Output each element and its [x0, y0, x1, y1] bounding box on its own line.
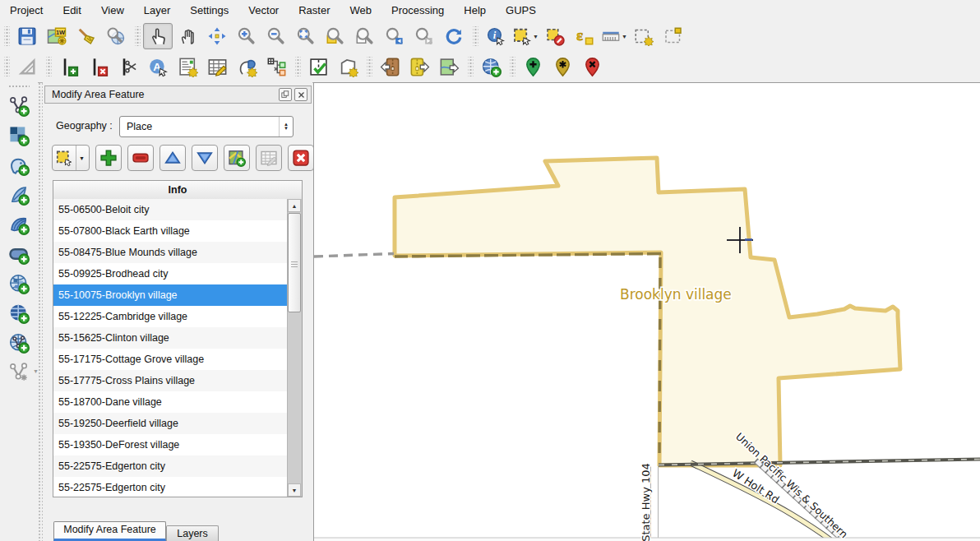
menu-vector[interactable]: Vector [238, 0, 289, 21]
geography-shapes-button[interactable] [232, 53, 261, 80]
identify-features-button[interactable]: i [481, 23, 511, 49]
info-list-item[interactable]: 55-22575-Edgerton city [53, 455, 288, 477]
info-list-item[interactable]: 55-06500-Beloit city [53, 199, 288, 220]
toolbar-group-handle[interactable] [295, 57, 301, 76]
place-polygon[interactable] [395, 158, 900, 465]
add-wms-layer-button[interactable] [4, 270, 34, 298]
geography-select[interactable]: Place ▲▼ [119, 116, 294, 137]
menu-gups[interactable]: GUPS [496, 0, 546, 21]
scrollbar-thumb[interactable] [288, 213, 301, 312]
toolbar-group-handle[interactable] [468, 57, 474, 76]
add-web-layer-button[interactable] [476, 53, 506, 80]
zoom-layer-button[interactable] [350, 23, 380, 49]
vertex-add-button[interactable] [54, 53, 84, 80]
zoom-out-button[interactable] [261, 23, 291, 49]
menu-web[interactable]: Web [340, 0, 382, 21]
refresh-button[interactable] [439, 23, 469, 49]
clean-broom-button[interactable] [72, 23, 101, 49]
toolbar-group-handle[interactable] [4, 26, 10, 46]
select-expression-button[interactable]: ε [570, 23, 599, 49]
add-spatialite-layer-button[interactable] [4, 181, 34, 209]
add-wfs-layer-button[interactable] [4, 329, 34, 357]
add-mssql-layer-button[interactable] [4, 210, 34, 238]
info-list-item[interactable]: 55-17175-Cottage Grove village [53, 349, 288, 370]
menu-edit[interactable]: Edit [53, 0, 90, 21]
zoom-selection-button[interactable] [321, 23, 350, 49]
info-list-item[interactable]: 55-08475-Blue Mounds village [53, 242, 288, 263]
toolbar-group-handle[interactable] [367, 57, 372, 76]
pin-add-button[interactable] [518, 53, 548, 80]
zoom-next-button[interactable] [409, 23, 439, 49]
toolbar-group-handle[interactable] [46, 57, 52, 76]
touch-identify-button[interactable] [143, 23, 173, 49]
select-features-button[interactable]: ▼ [511, 23, 540, 49]
add-oracle-layer-button[interactable] [4, 240, 34, 268]
info-list-item[interactable]: 55-12225-Cambridge village [53, 306, 288, 327]
bookmark-new-button[interactable] [629, 23, 659, 49]
add-postgis-layer-button[interactable] [4, 151, 34, 179]
zoom-in-button[interactable] [232, 23, 261, 49]
info-list-item[interactable]: 55-17775-Cross Plains village [53, 370, 288, 391]
save-button[interactable] [12, 23, 42, 49]
info-list-item[interactable]: 55-07800-Black Earth village [53, 220, 288, 242]
add-wcs-layer-button[interactable] [4, 299, 34, 327]
line-split-button[interactable] [113, 53, 143, 80]
toolbar-group-handle[interactable] [473, 26, 478, 46]
vertex-delete-button[interactable] [84, 53, 113, 80]
pan-selection-button[interactable] [202, 23, 232, 49]
measure-button[interactable]: ▼ [599, 23, 629, 49]
add-raster-layer-button[interactable] [4, 122, 34, 150]
deselect-features-button[interactable] [540, 23, 570, 49]
export-zip-button[interactable] [404, 53, 434, 80]
toolbar-group-handle[interactable] [510, 57, 515, 76]
scrollbar[interactable]: ▲ ▼ [287, 199, 302, 497]
toolbar-drag-handle[interactable] [8, 85, 30, 89]
info-list-item[interactable]: 55-19250-Deerfield village [53, 413, 288, 434]
info-list-item[interactable]: 55-09925-Brodhead city [53, 263, 288, 284]
zoom-full-button[interactable] [291, 23, 321, 49]
add-area-button[interactable] [95, 145, 122, 171]
remove-area-button[interactable] [127, 145, 154, 171]
menu-settings[interactable]: Settings [180, 0, 238, 21]
toolbar-group-handle[interactable] [135, 26, 141, 46]
info-list-item[interactable]: 55-15625-Clinton village [53, 327, 288, 349]
add-map-layer-button[interactable] [224, 145, 250, 171]
attribute-edit-button[interactable] [202, 53, 232, 80]
select-area-button[interactable]: ▼ [52, 145, 90, 171]
globe-search-button[interactable] [101, 23, 131, 49]
map-1w-button[interactable]: 1W [42, 23, 72, 49]
panel-titlebar[interactable]: Modify Area Feature [44, 86, 312, 104]
dropdown-arrow-icon[interactable]: ▼ [533, 34, 539, 39]
dropdown-arrow-icon[interactable]: ▼ [622, 34, 627, 39]
info-list-item[interactable]: 55-10075-Brooklyn village [53, 284, 288, 306]
zoom-last-button[interactable] [380, 23, 409, 49]
export-map-button[interactable] [434, 53, 464, 80]
topology-nodes-button[interactable] [261, 53, 291, 80]
pin-star-button[interactable] [548, 53, 577, 80]
delete-area-button[interactable] [288, 145, 314, 171]
polygon-eraser-button[interactable] [333, 53, 363, 80]
menu-layer[interactable]: Layer [134, 0, 181, 21]
dropdown-arrow-icon[interactable]: ▼ [76, 146, 87, 170]
move-up-button[interactable] [159, 145, 186, 171]
import-zip-button[interactable] [375, 53, 404, 80]
info-list-item[interactable]: 55-18700-Dane village [53, 391, 288, 413]
menu-view[interactable]: View [91, 0, 134, 21]
combo-spinner-icon[interactable]: ▲▼ [279, 117, 293, 136]
info-list-item[interactable]: 55-19350-DeForest village [53, 434, 288, 455]
validate-check-button[interactable] [303, 53, 333, 80]
pin-delete-button[interactable] [577, 53, 607, 80]
bookmark-show-button[interactable] [659, 23, 688, 49]
menu-raster[interactable]: Raster [289, 0, 340, 21]
menu-project[interactable]: Project [0, 0, 53, 21]
close-panel-button[interactable] [294, 88, 307, 101]
form-view-button[interactable] [173, 53, 202, 80]
scroll-up-icon[interactable]: ▲ [288, 199, 301, 212]
float-panel-button[interactable] [279, 88, 292, 101]
menu-help[interactable]: Help [454, 0, 496, 21]
menu-processing[interactable]: Processing [381, 0, 454, 21]
tab-modify-area-feature[interactable]: Modify Area Feature [53, 521, 166, 541]
add-vector-layer-button[interactable] [4, 92, 34, 120]
scroll-down-icon[interactable]: ▼ [288, 483, 301, 497]
pan-hand-button[interactable] [173, 23, 202, 49]
